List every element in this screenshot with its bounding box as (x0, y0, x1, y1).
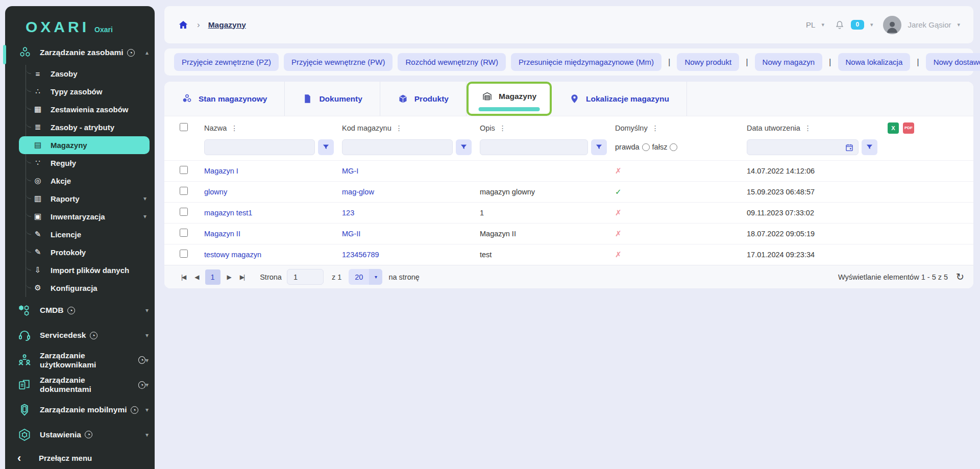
user-avatar[interactable] (883, 16, 901, 34)
cell-kod[interactable]: 123 (342, 209, 480, 217)
sidebar-item-licencje[interactable]: ✎ Licencje (26, 226, 155, 243)
action-rozchod-wewnetrzny-button[interactable]: Rozchód wewnętrzny (RW) (398, 53, 505, 71)
table-row[interactable]: Magazyn II MG-II Magazyn II ✗ 18.07.2022… (164, 223, 973, 244)
pagination-bar: |◀ ◀ 1 ▶ ▶| Strona z 1 20 ▾ na stronę Wy… (164, 265, 973, 288)
table-row[interactable]: Magazyn I MG-I ✗ 14.07.2022 14:12:06 (164, 160, 973, 181)
sidebar-section-zarzadzanie-dokumentami[interactable]: Zarządzanie dokumentami ◔ ▾ (5, 373, 155, 398)
filter-funnel-button[interactable] (862, 139, 877, 155)
table-row[interactable]: glowny mag-glow magazyn glowny ✓ 15.09.2… (164, 181, 973, 202)
row-checkbox[interactable] (180, 208, 188, 216)
sidebar-item-typy-zasobow[interactable]: ∴ Typy zasobów (26, 83, 155, 101)
first-page-button[interactable]: |◀ (177, 271, 190, 283)
action-nowa-lokalizacja-button[interactable]: Nowa lokalizacja (838, 53, 911, 71)
column-menu-icon[interactable]: ⋮ (231, 124, 238, 132)
current-page-button[interactable]: 1 (205, 269, 220, 285)
sidebar-section-servicedesk[interactable]: Servicedesk ◔ ▾ (5, 323, 155, 348)
gauge-badge-icon: ◔ (127, 49, 135, 57)
sidebar-item-protokoly[interactable]: ✎ Protokoły (26, 243, 155, 261)
sidebar-item-zasoby-atrybuty[interactable]: ≣ Zasoby - atrybuty (26, 118, 155, 136)
sidebar-section-cmdb[interactable]: CMDB ◔ ▾ (5, 298, 155, 323)
sidebar-subtree: ≡ Zasoby ∴ Typy zasobów ▦ Zestawienia za… (26, 65, 155, 297)
filter-funnel-button[interactable] (591, 139, 607, 155)
gears-icon: ⚙ (31, 283, 44, 292)
sidebar-section-zarzadzanie-zasobami[interactable]: Zarządzanie zasobami ◔ ▴ (5, 43, 155, 63)
calendar-icon[interactable] (845, 143, 854, 152)
sidebar-item-label: Akcje (51, 177, 71, 185)
previous-page-button[interactable]: ◀ (190, 271, 203, 283)
refresh-icon[interactable]: ↻ (956, 271, 964, 283)
mobile-device-icon (17, 403, 32, 417)
sidebar-section-ustawienia[interactable]: Ustawienia ◔ ▾ (5, 422, 155, 447)
page-number-input[interactable] (287, 269, 324, 285)
cell-nazwa[interactable]: glowny (204, 188, 342, 196)
row-checkbox[interactable] (180, 229, 188, 237)
row-checkbox[interactable] (180, 250, 188, 258)
sidebar-item-akcje[interactable]: ◎ Akcje (26, 172, 155, 190)
chevron-down-icon: ▾ (821, 21, 824, 28)
breadcrumb-current[interactable]: Magazyny (208, 20, 246, 30)
sidebar-item-zestawienia-zasobow[interactable]: ▦ Zestawienia zasobów (26, 101, 155, 118)
action-przesuniecie-button[interactable]: Przesunięcie międzymagazynowe (Mm) (511, 53, 662, 71)
cell-kod[interactable]: mag-glow (342, 188, 480, 196)
column-menu-icon[interactable]: ⋮ (652, 124, 659, 132)
tab-stan-magazynowy[interactable]: Stan magazynowy (164, 82, 284, 116)
row-checkbox[interactable] (180, 166, 188, 174)
page-size-select[interactable]: 20 ▾ (349, 269, 382, 285)
filter-input-opis[interactable] (480, 139, 588, 155)
action-nowy-produkt-button[interactable]: Nowy produkt (677, 53, 739, 71)
sidebar-section-zarzadzanie-mobilnymi[interactable]: Zarządzanie mobilnymi ◔ ▾ (5, 398, 155, 423)
cmdb-hexagons-icon (17, 303, 32, 317)
column-header-nazwa: Nazwa (204, 124, 227, 132)
notification-count-badge[interactable]: 0 (851, 20, 864, 30)
active-tab-underline (478, 107, 540, 111)
action-przyjecie-zewnetrzne-button[interactable]: Przyjęcie zewnętrzne (PZ) (174, 53, 279, 71)
tab-lokalizacje-magazynu[interactable]: Lokalizacje magazynu (552, 82, 687, 116)
filter-input-data-utworzenia[interactable] (747, 139, 859, 155)
column-menu-icon[interactable]: ⋮ (396, 124, 403, 132)
sidebar-item-raporty[interactable]: ▥ Raporty ▾ (26, 190, 155, 208)
sidebar-section-zarzadzanie-uzytkownikami[interactable]: Zarządzanie użytkownikami ◔ ▾ (5, 348, 155, 373)
cell-kod[interactable]: MG-II (342, 230, 480, 238)
filter-funnel-button[interactable] (318, 139, 334, 155)
cell-nazwa[interactable]: Magazyn II (204, 230, 342, 238)
collapse-chevron-icon: ‹ (17, 452, 39, 465)
export-excel-icon[interactable]: X (888, 122, 899, 134)
table-row[interactable]: magazyn test1 123 1 ✗ 09.11.2023 07:33:0… (164, 202, 973, 223)
cell-nazwa[interactable]: Magazyn I (204, 167, 342, 175)
notification-bell-icon[interactable] (835, 20, 845, 30)
filter-input-nazwa[interactable] (204, 139, 315, 155)
column-menu-icon[interactable]: ⋮ (499, 124, 506, 132)
user-name[interactable]: Jarek Gąsior (908, 20, 951, 29)
cell-nazwa[interactable]: testowy magazyn (204, 251, 342, 259)
sidebar-item-zasoby[interactable]: ≡ Zasoby (26, 65, 155, 83)
sidebar-item-konfiguracja[interactable]: ⚙ Konfiguracja (26, 279, 155, 297)
action-przyjecie-wewnetrzne-button[interactable]: Przyjęcie wewnętrzne (PW) (284, 53, 393, 71)
next-page-button[interactable]: ▶ (223, 271, 235, 283)
export-pdf-icon[interactable]: PDF (903, 122, 914, 134)
filter-input-kod[interactable] (342, 139, 453, 155)
sidebar-item-import-plikow-danych[interactable]: ⇩ Import plików danych (26, 261, 155, 279)
cell-nazwa[interactable]: magazyn test1 (204, 209, 342, 217)
action-nowy-magazyn-button[interactable]: Nowy magazyn (755, 53, 823, 71)
tab-divider (687, 82, 687, 116)
sidebar-item-inwentaryzacja[interactable]: ▣ Inwentaryzacja ▾ (26, 208, 155, 226)
column-menu-icon[interactable]: ⋮ (804, 124, 812, 132)
sidebar-item-magazyny[interactable]: ▤ Magazyny (19, 136, 150, 154)
sidebar-toggle-menu[interactable]: ‹ Przełącz menu (5, 447, 155, 469)
table-row[interactable]: testowy magazyn 123456789 test ✗ 17.01.2… (164, 244, 973, 265)
row-checkbox[interactable] (180, 187, 188, 195)
cell-kod[interactable]: 123456789 (342, 251, 480, 259)
filter-funnel-button[interactable] (456, 139, 472, 155)
last-page-button[interactable]: ▶| (235, 271, 249, 283)
tab-magazyny[interactable]: Magazyny (467, 82, 552, 116)
sidebar-item-reguly[interactable]: ∵ Reguły (26, 154, 155, 172)
tab-produkty[interactable]: Produkty (380, 82, 466, 116)
home-icon[interactable] (178, 19, 189, 31)
action-nowy-dostawca-button[interactable]: Nowy dostawca (926, 53, 980, 71)
radio-prawda[interactable] (642, 143, 650, 151)
language-selector[interactable]: PL (806, 20, 815, 29)
radio-falsz[interactable] (670, 143, 677, 151)
tab-dokumenty[interactable]: Dokumenty (285, 82, 379, 116)
select-all-checkbox[interactable] (180, 123, 188, 131)
cell-kod[interactable]: MG-I (342, 167, 480, 175)
